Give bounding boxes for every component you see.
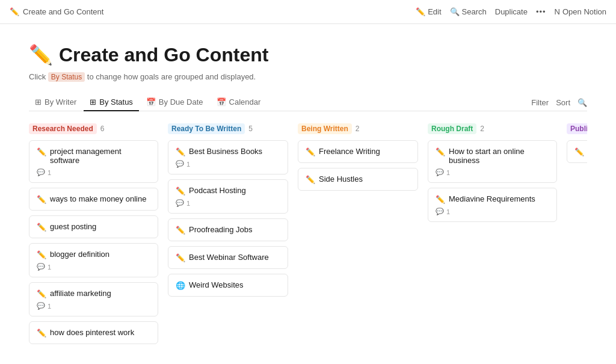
card-title-text: how does pinterest work: [50, 328, 134, 337]
search-board-button[interactable]: 🔍: [578, 98, 587, 107]
pencil-icon: ✏️: [37, 223, 46, 232]
card-title-row: ✏️Canva Templates: [574, 147, 587, 156]
card-meta: 💬1: [436, 168, 549, 176]
card-ready-to-be-written-1[interactable]: ✏️Podcast Hosting💬1: [168, 179, 288, 214]
card-title-text: Proofreading Jobs: [189, 225, 253, 234]
pencil-icon: ✏️: [176, 147, 185, 156]
card-meta: 💬1: [37, 302, 150, 310]
pencil-icon: ✏️: [306, 147, 315, 156]
page-title: ✏️ Create and Go Content: [29, 43, 587, 66]
column-header-research-needed: Research Needed6: [29, 123, 158, 134]
tab-actions: Filter Sort 🔍: [531, 98, 587, 107]
card-research-needed-1[interactable]: ✏️ways to make money online: [29, 188, 158, 211]
card-being-written-1[interactable]: ✏️Side Hustles: [298, 168, 418, 191]
card-published-0[interactable]: ✏️Canva Templates: [567, 140, 587, 163]
duplicate-button[interactable]: Duplicate: [495, 7, 528, 16]
tab-calendar[interactable]: 📅 Calendar: [211, 94, 267, 111]
card-research-needed-5[interactable]: ✏️how does pinterest work: [29, 321, 158, 344]
card-title-row: ✏️Best Business Books: [176, 147, 280, 156]
card-title-text: Freelance Writing: [319, 147, 380, 156]
edit-button[interactable]: ✏️ Edit: [416, 7, 441, 16]
card-ready-to-be-written-3[interactable]: ✏️Best Webinar Software: [168, 246, 288, 269]
calendar-icon-2: 📅: [217, 97, 226, 106]
card-title-text: Weird Websites: [189, 280, 244, 289]
tab-by-status[interactable]: ⊞ By Status: [84, 94, 139, 111]
card-ready-to-be-written-4[interactable]: 🌐Weird Websites: [168, 274, 288, 297]
card-title-text: project management software: [50, 147, 150, 165]
open-notion-button[interactable]: N Open Notion: [555, 7, 606, 16]
card-title-text: Best Business Books: [189, 147, 262, 156]
card-title-row: ✏️Podcast Hosting: [176, 186, 280, 196]
card-title-text: guest posting: [50, 222, 96, 231]
status-badge[interactable]: By Status: [48, 72, 85, 82]
card-research-needed-2[interactable]: ✏️guest posting: [29, 215, 158, 238]
card-meta: 💬1: [37, 168, 150, 176]
tab-by-writer[interactable]: ⊞ By Writer: [29, 94, 82, 111]
search-button[interactable]: 🔍 Search: [450, 7, 487, 16]
comment-count: 1: [446, 208, 450, 215]
card-title-row: ✏️How to start an online business: [436, 147, 549, 165]
comment-icon: 💬: [176, 160, 184, 168]
card-rough-draft-1[interactable]: ✏️Mediavine Requirements💬1: [428, 188, 557, 222]
calendar-icon: 📅: [146, 97, 156, 106]
board: Research Needed6✏️project management sof…: [29, 123, 587, 361]
card-rough-draft-0[interactable]: ✏️How to start an online business💬1: [428, 140, 557, 183]
card-title-text: Side Hustles: [319, 174, 363, 184]
column-header-published: Published1: [567, 123, 587, 134]
pencil-icon: ✏️: [37, 147, 46, 156]
card-meta: 💬1: [176, 160, 280, 168]
globe-icon: 🌐: [176, 281, 185, 290]
sort-button[interactable]: Sort: [556, 98, 570, 107]
card-ready-to-be-written-0[interactable]: ✏️Best Business Books💬1: [168, 140, 288, 174]
more-button[interactable]: •••: [536, 7, 546, 16]
card-title-text: How to start an online business: [449, 147, 549, 165]
pencil-icon: ✏️: [37, 250, 46, 259]
column-header-being-written: Being Written2: [298, 123, 418, 134]
card-research-needed-4[interactable]: ✏️affiliate marketing💬1: [29, 282, 158, 316]
pencil-icon: ✏️: [176, 187, 185, 196]
card-title-row: ✏️project management software: [37, 147, 150, 165]
card-title-text: Podcast Hosting: [189, 186, 246, 195]
pencil-icon: ✏️: [574, 147, 584, 156]
pencil-icon: ✏️: [37, 289, 46, 298]
topbar: ✏️ Create and Go Content ✏️ Edit 🔍 Searc…: [0, 0, 616, 24]
topbar-title: ✏️ Create and Go Content: [10, 7, 103, 16]
card-title-row: 🌐Weird Websites: [176, 280, 280, 290]
pencil-icon: ✏️: [176, 226, 185, 235]
column-title-research-needed[interactable]: Research Needed: [29, 123, 97, 134]
comment-count: 1: [48, 264, 51, 271]
comment-count: 1: [48, 169, 51, 176]
card-research-needed-3[interactable]: ✏️blogger definition💬1: [29, 243, 158, 277]
card-research-needed-0[interactable]: ✏️project management software💬1: [29, 140, 158, 183]
notion-icon: N: [555, 7, 560, 16]
page-subtitle: Click By Status to change how goals are …: [29, 72, 587, 82]
card-title-row: ✏️guest posting: [37, 222, 150, 232]
card-title-row: ✏️Best Webinar Software: [176, 253, 280, 262]
filter-button[interactable]: Filter: [531, 98, 549, 107]
card-title-row: ✏️Freelance Writing: [306, 147, 410, 156]
column-title-ready-to-be-written[interactable]: Ready To Be Written: [168, 123, 245, 134]
app-title: Create and Go Content: [23, 7, 103, 16]
card-being-written-0[interactable]: ✏️Freelance Writing: [298, 140, 418, 163]
table-icon: ⊞: [35, 97, 42, 106]
column-title-being-written[interactable]: Being Written: [298, 123, 352, 134]
pencil-icon: ✏️: [306, 175, 315, 184]
card-title-row: ✏️Proofreading Jobs: [176, 225, 280, 235]
column-header-rough-draft: Rough Draft2: [428, 123, 557, 134]
card-ready-to-be-written-2[interactable]: ✏️Proofreading Jobs: [168, 218, 288, 241]
column-rough-draft: Rough Draft2✏️How to start an online bus…: [428, 123, 557, 227]
card-title-text: affiliate marketing: [50, 289, 111, 298]
card-title-row: ✏️affiliate marketing: [37, 289, 150, 298]
pencil-icon: ✏️: [37, 195, 46, 204]
card-title-text: Mediavine Requirements: [449, 194, 535, 203]
card-meta: 💬1: [37, 263, 150, 271]
card-title-row: ✏️blogger definition: [37, 250, 150, 259]
pencil-icon: ✏️: [37, 329, 46, 338]
column-title-published[interactable]: Published: [567, 123, 587, 134]
comment-count: 1: [186, 200, 190, 207]
card-meta: 💬1: [176, 199, 280, 207]
tab-by-due-date[interactable]: 📅 By Due Date: [140, 94, 209, 111]
column-title-rough-draft[interactable]: Rough Draft: [428, 123, 476, 134]
column-ready-to-be-written: Ready To Be Written5✏️Best Business Book…: [168, 123, 288, 301]
comment-icon: 💬: [436, 208, 444, 215]
